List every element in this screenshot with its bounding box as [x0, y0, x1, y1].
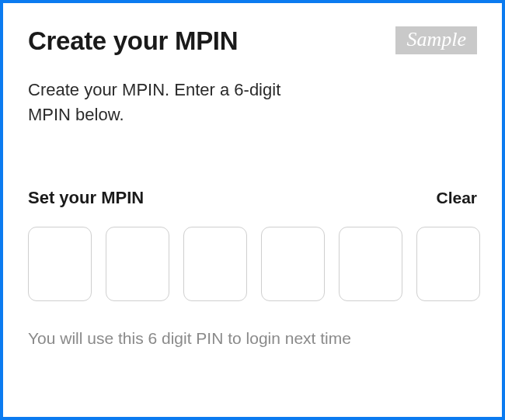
- description-text: Create your MPIN. Enter a 6-digit MPIN b…: [28, 78, 323, 127]
- pin-digit-6[interactable]: [416, 227, 480, 301]
- pin-digit-1[interactable]: [28, 227, 92, 301]
- pin-digit-5[interactable]: [339, 227, 402, 301]
- sample-badge: Sample: [395, 26, 477, 54]
- pin-input-row: [28, 227, 477, 301]
- footer-text: You will use this 6 digit PIN to login n…: [28, 329, 477, 348]
- page-title: Create your MPIN: [28, 26, 238, 56]
- section-header: Set your MPIN Clear: [28, 188, 477, 208]
- pin-digit-4[interactable]: [261, 227, 325, 301]
- pin-digit-2[interactable]: [106, 227, 169, 301]
- header: Create your MPIN Sample: [28, 26, 477, 56]
- mpin-screen: Create your MPIN Sample Create your MPIN…: [0, 0, 505, 420]
- pin-digit-3[interactable]: [183, 227, 247, 301]
- clear-button[interactable]: Clear: [436, 189, 477, 207]
- section-label: Set your MPIN: [28, 188, 144, 208]
